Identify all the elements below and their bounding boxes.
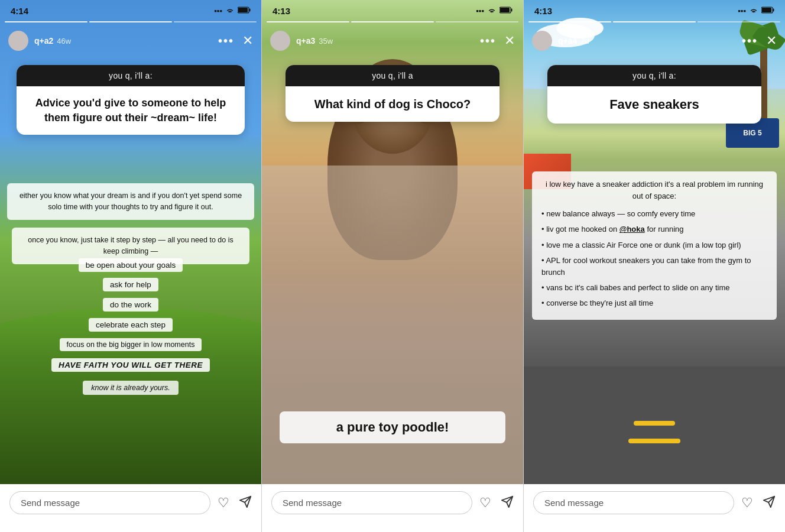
signal-icon-3: ▪▪▪: [738, 7, 746, 15]
username-3: q+a4: [558, 36, 577, 46]
send-message-btn-2[interactable]: Send message: [271, 491, 472, 514]
avatar-1: [8, 31, 28, 51]
progress-bar-2: [267, 21, 518, 22]
svg-rect-2: [249, 9, 251, 12]
story-time-1: 46w: [57, 37, 71, 46]
status-icons-3: ▪▪▪: [738, 7, 774, 15]
sneaker-bullet-0: • new balance always — so comfy every ti…: [541, 208, 767, 220]
bottom-icons-1: ♡: [218, 495, 252, 511]
p3-seg-3: [698, 21, 780, 22]
bullet-2: do the work: [0, 298, 261, 312]
p2-seg-3: [436, 21, 518, 22]
story-bottom-1: Send message ♡: [0, 484, 261, 532]
phone-1: 4:14 ▪▪▪ q+a2 46w ••• ✕ you q, i'll a: A…: [0, 0, 261, 532]
sneaker-bullet-5: • converse bc they're just all time: [541, 297, 767, 309]
send-message-btn-1[interactable]: Send message: [9, 491, 210, 514]
bottom-icons-3: ♡: [741, 495, 776, 511]
qa-box-3: you q, i'll a: Fave sneakers: [547, 65, 761, 124]
signal-icon: ▪▪▪: [214, 7, 222, 15]
signal-icon-2: ▪▪▪: [476, 7, 484, 15]
story-header-right-3: ••• ✕: [742, 33, 777, 48]
wifi-icon: [225, 7, 235, 15]
p2-seg-2: [351, 21, 434, 22]
qa-box-header-2: you q, i'll a: [286, 65, 499, 86]
qa-box-question-1: Advice you'd give to someone to help the…: [17, 86, 245, 135]
username-2: q+a3: [296, 36, 315, 46]
heart-icon-1[interactable]: ♡: [218, 495, 229, 511]
status-time-1: 4:14: [11, 6, 28, 16]
story-time-2: 35w: [319, 37, 333, 46]
bullet-0: be open about your goals: [0, 258, 261, 272]
svg-rect-6: [500, 8, 510, 12]
sneaker-bullet-4: • vans bc it's cali babes and perfect to…: [541, 282, 767, 294]
svg-rect-12: [773, 9, 774, 12]
sneaker-bullet-3: • APL for cool workout sneakers you can …: [541, 255, 767, 278]
bullet-4: focus on the big bigger in low moments: [0, 338, 261, 351]
sneaker-bullets: • new balance always — so comfy every ti…: [541, 208, 767, 309]
close-icon-1[interactable]: ✕: [242, 33, 253, 48]
qa-box-2: you q, i'll a What kind of dog is Choco?: [286, 65, 499, 122]
qa-box-question-2: What kind of dog is Choco?: [286, 86, 499, 122]
story-header-2: q+a3 35w ••• ✕: [262, 26, 523, 56]
story-time-3: 2d: [580, 37, 589, 46]
phone-2: 4:13 ▪▪▪ q+a3 35w ••• ✕ you q, i'll a Wh…: [262, 0, 523, 532]
battery-icon-2: [499, 7, 512, 15]
wifi-icon-3: [749, 7, 758, 15]
wifi-icon-2: [487, 7, 497, 15]
progress-bar-1: [5, 21, 257, 22]
qa-box-question-3: Fave sneakers: [547, 86, 761, 124]
bullet-3: celebrate each step: [0, 318, 261, 332]
road-line-1: [628, 439, 680, 443]
battery-icon-3: [761, 7, 774, 15]
progress-seg-1: [5, 21, 87, 22]
more-icon-3[interactable]: •••: [742, 35, 758, 47]
status-bar-3: 4:13 ▪▪▪: [524, 0, 785, 20]
road: [524, 366, 785, 485]
story-bottom-3: Send message ♡: [524, 484, 785, 532]
svg-rect-7: [511, 9, 512, 12]
qa-box-header-1: you q, i'll a:: [17, 65, 245, 86]
status-time-2: 4:13: [273, 6, 290, 16]
sneaker-bullet-2: • love me a classic Air Force one or dun…: [541, 239, 767, 251]
hoka-link[interactable]: @hoka: [619, 225, 645, 233]
bullet-5: HAVE FAITH YOU WILL GET THERE: [0, 358, 261, 372]
share-icon-1[interactable]: [239, 495, 252, 511]
svg-rect-11: [762, 8, 771, 12]
heart-icon-2[interactable]: ♡: [479, 495, 491, 511]
status-bar-2: 4:13 ▪▪▪: [262, 0, 523, 20]
bullet-1: ask for help: [0, 278, 261, 291]
more-icon-1[interactable]: •••: [218, 35, 234, 47]
heart-icon-3[interactable]: ♡: [741, 495, 753, 511]
dog-caption: a pure toy poodle!: [280, 411, 505, 443]
status-time-3: 4:13: [534, 6, 552, 16]
status-icons-2: ▪▪▪: [476, 7, 512, 15]
send-message-btn-3[interactable]: Send message: [533, 491, 734, 514]
p2-seg-1: [267, 21, 349, 22]
share-icon-3[interactable]: [763, 495, 776, 511]
bullet-6: know it is already yours.: [0, 381, 261, 395]
bottom-icons-2: ♡: [479, 495, 514, 511]
battery-icon: [238, 7, 251, 15]
story-header-1: q+a2 46w ••• ✕: [0, 26, 261, 56]
story-header-right-2: ••• ✕: [480, 33, 515, 48]
close-icon-3[interactable]: ✕: [766, 33, 777, 48]
status-icons-1: ▪▪▪: [214, 7, 251, 15]
close-icon-2[interactable]: ✕: [504, 33, 515, 48]
sneaker-bullet-1: • liv got me hooked on @hoka for running: [541, 223, 767, 235]
share-icon-2[interactable]: [501, 495, 514, 511]
dog-bedding: [262, 166, 523, 532]
story-para-1: either you know what your dream is and i…: [7, 183, 254, 220]
story-header-3: q+a4 2d ••• ✕: [524, 26, 785, 56]
story-header-right-1: ••• ✕: [218, 33, 253, 48]
more-icon-2[interactable]: •••: [480, 35, 496, 47]
progress-seg-3: [174, 21, 257, 22]
road-line-2: [634, 421, 676, 426]
progress-seg-2: [89, 21, 172, 22]
avatar-3: [532, 31, 552, 51]
avatar-2: [270, 31, 290, 51]
phone-3: BIG 5 4:13 ▪▪▪ q+a4 2d ••• ✕ you q,: [524, 0, 785, 532]
story-bottom-2: Send message ♡: [262, 484, 523, 532]
qa-box-1: you q, i'll a: Advice you'd give to some…: [17, 65, 245, 135]
sneaker-content: i low key have a sneaker addiction it's …: [532, 171, 777, 320]
sneaker-intro: i low key have a sneaker addiction it's …: [541, 179, 767, 202]
